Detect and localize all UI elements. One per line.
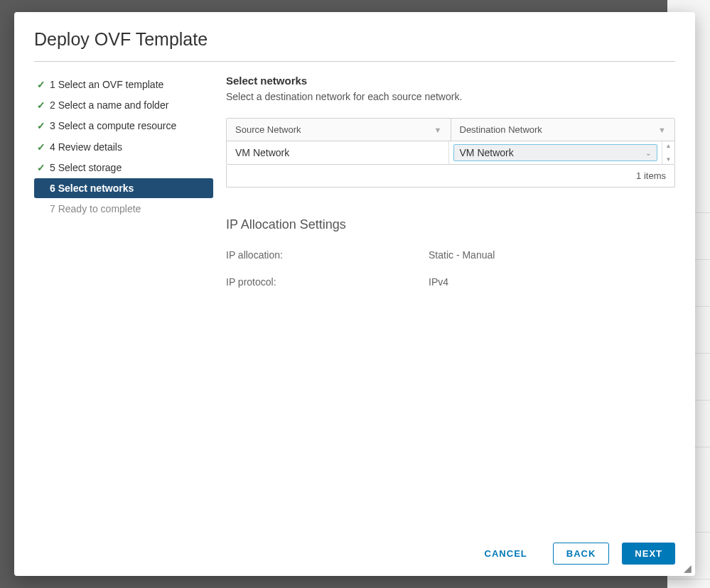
col-label: Destination Network [460,124,542,135]
table-footer-count: 1 items [226,165,675,187]
scroll-up-icon[interactable]: ▲ [666,143,672,149]
dialog-title: Deploy OVF Template [34,29,675,62]
table-header: Source Network ▼ Destination Network ▼ [227,119,674,141]
col-source-network[interactable]: Source Network ▼ [227,119,451,141]
step-label: 4 Review details [50,141,122,153]
step-select-storage[interactable]: ✓ 5 Select storage [34,158,213,178]
ip-allocation-label: IP allocation: [226,249,429,261]
check-icon: ✓ [37,161,50,174]
ip-protocol-label: IP protocol: [226,276,429,288]
main-panel: Select networks Select a destination net… [213,75,675,531]
step-review-details[interactable]: ✓ 4 Review details [34,137,213,157]
dialog-footer: CANCEL BACK NEXT [34,531,675,565]
chevron-down-icon: ⌄ [645,149,651,157]
select-value: VM Network [460,147,514,158]
col-destination-network[interactable]: Destination Network ▼ [451,119,675,141]
networks-table: Source Network ▼ Destination Network ▼ V… [226,118,675,165]
step-label: 7 Ready to complete [37,202,141,215]
step-select-name-folder[interactable]: ✓ 2 Select a name and folder [34,95,213,115]
step-ready-to-complete: 7 Ready to complete [34,199,213,219]
step-label: 6 Select networks [37,182,134,195]
table-row: VM Network VM Network ⌄ ▲ ▼ [227,141,674,164]
ip-allocation-value: Static - Manual [429,249,675,261]
step-select-compute-resource[interactable]: ✓ 3 Select a compute resource [34,116,213,136]
scroll-down-icon[interactable]: ▼ [666,156,672,163]
ip-protocol-row: IP protocol: IPv4 [226,276,675,288]
panel-heading: Select networks [226,75,675,87]
filter-icon[interactable]: ▼ [434,126,442,134]
step-label: 2 Select a name and folder [50,99,168,111]
destination-network-select[interactable]: VM Network ⌄ [453,144,658,161]
step-label: 3 Select a compute resource [50,119,176,132]
ip-allocation-heading: IP Allocation Settings [226,217,675,232]
scroll-control[interactable]: ▲ ▼ [662,141,674,164]
step-select-ovf-template[interactable]: ✓ 1 Select an OVF template [34,75,213,94]
panel-subheading: Select a destination network for each so… [226,91,675,102]
check-icon: ✓ [37,78,50,91]
source-network-cell: VM Network [227,141,449,164]
cancel-button[interactable]: CANCEL [472,543,540,565]
ip-allocation-row: IP allocation: Static - Manual [226,249,675,261]
filter-icon[interactable]: ▼ [658,126,666,134]
wizard-steps-sidebar: ✓ 1 Select an OVF template ✓ 2 Select a … [34,75,213,531]
check-icon: ✓ [37,119,50,132]
step-label: 1 Select an OVF template [50,78,163,91]
col-label: Source Network [235,124,301,135]
step-select-networks[interactable]: 6 Select networks [34,178,213,198]
check-icon: ✓ [37,99,50,111]
dialog-body: ✓ 1 Select an OVF template ✓ 2 Select a … [34,62,675,531]
resize-handle-icon[interactable]: ◢ [684,565,692,573]
next-button[interactable]: NEXT [622,543,675,565]
back-button[interactable]: BACK [553,543,610,565]
destination-network-cell: VM Network ⌄ [449,141,662,164]
deploy-ovf-dialog: Deploy OVF Template ✓ 1 Select an OVF te… [14,12,695,576]
check-icon: ✓ [37,141,50,153]
step-label: 5 Select storage [50,161,122,174]
ip-protocol-value: IPv4 [429,276,675,288]
